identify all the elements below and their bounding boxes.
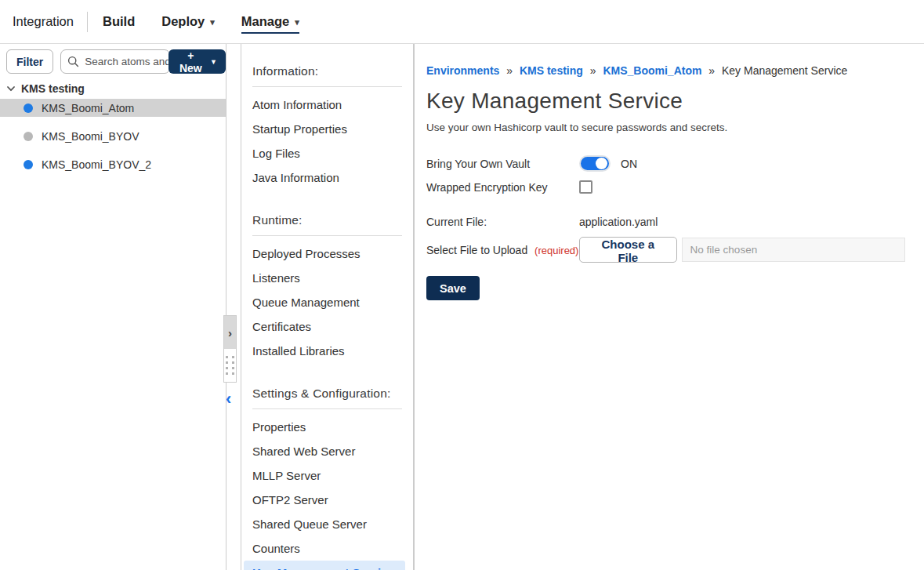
sidenav-item-installed-libraries[interactable]: Installed Libraries	[241, 339, 413, 363]
new-button[interactable]: + New ▼	[168, 49, 226, 74]
wrapped-encryption-key-row: Wrapped Encryption Key	[426, 180, 905, 194]
section-heading-settings-configuration: Settings & Configuration:	[252, 387, 402, 401]
sidenav-item-listeners[interactable]: Listeners	[241, 266, 413, 290]
sidenav-item-oftp2-server[interactable]: OFTP2 Server	[241, 488, 413, 512]
current-file-row: Current File: application.yaml	[426, 213, 905, 231]
nav-item-manage[interactable]: Manage ▾	[241, 14, 299, 34]
sidenav-item-atom-information[interactable]: Atom Information	[241, 93, 413, 117]
page-title: Key Management Service	[426, 89, 905, 114]
current-file-value: application.yaml	[579, 216, 658, 228]
sidenav-item-key-management-service[interactable]: Key Management Service	[244, 561, 405, 570]
panel-splitter: ›	[223, 315, 237, 383]
chevron-down-icon	[6, 84, 16, 93]
wrapped-encryption-key-label: Wrapped Encryption Key	[426, 181, 579, 194]
breadcrumb-separator: »	[506, 64, 513, 77]
tree-item-kms-boomi-atom[interactable]: KMS_Boomi_Atom	[0, 99, 226, 117]
nav-divider	[87, 12, 88, 32]
caret-down-icon: ▾	[295, 17, 299, 27]
page-subtitle: Use your own Hashicorp vault to secure p…	[426, 122, 905, 133]
bring-your-own-vault-row: Bring Your Own Vault ON	[426, 155, 905, 172]
select-file-label-text: Select File to Upload	[426, 244, 527, 256]
choose-file-button[interactable]: Choose a File	[579, 237, 677, 263]
filter-button[interactable]: Filter	[6, 49, 53, 74]
sidenav-item-properties[interactable]: Properties	[241, 415, 413, 439]
wrapped-encryption-key-checkbox[interactable]	[579, 180, 592, 194]
search-input[interactable]	[85, 56, 169, 67]
atom-settings-nav: Information: Atom Information Startup Pr…	[241, 44, 414, 570]
breadcrumb-current: Key Management Service	[722, 64, 847, 77]
search-box[interactable]	[60, 49, 169, 74]
sidenav-item-certificates[interactable]: Certificates	[241, 314, 413, 339]
sidenav-item-log-files[interactable]: Log Files	[241, 141, 413, 165]
file-chosen-field[interactable]: No file chosen	[682, 238, 905, 262]
new-button-label: + New	[177, 49, 205, 74]
tree-group-kms-testing[interactable]: KMS testing	[0, 80, 226, 99]
bring-your-own-vault-label: Bring Your Own Vault	[426, 158, 579, 170]
sidenav-item-java-information[interactable]: Java Information	[241, 165, 413, 190]
status-dot-offline-icon	[24, 132, 33, 141]
breadcrumb-link-environments[interactable]: Environments	[426, 64, 499, 77]
nav-item-build[interactable]: Build	[103, 14, 135, 29]
toggle-knob	[596, 158, 607, 169]
kms-form: Bring Your Own Vault ON Wrapped Encrypti…	[426, 155, 905, 300]
main-content: Environments » KMS testing » KMS_Boomi_A…	[414, 44, 924, 570]
current-file-label: Current File:	[426, 216, 579, 228]
app-window: Integration Build Deploy ▾ Manage ▾ Filt…	[0, 0, 924, 570]
nav-item-deploy-label: Deploy	[161, 14, 205, 29]
select-file-label: Select File to Upload (required)	[426, 244, 579, 256]
section-divider	[252, 408, 402, 409]
section-heading-runtime: Runtime:	[252, 213, 402, 227]
sidenav-item-shared-web-server[interactable]: Shared Web Server	[241, 439, 413, 463]
sidenav-item-queue-management[interactable]: Queue Management	[241, 290, 413, 314]
sidenav-item-shared-queue-server[interactable]: Shared Queue Server	[241, 512, 413, 536]
nav-item-deploy[interactable]: Deploy ▾	[161, 14, 215, 29]
sidenav-item-counters[interactable]: Counters	[241, 536, 413, 561]
section-divider	[252, 235, 402, 236]
section-heading-information: Information:	[252, 64, 402, 78]
required-badge: (required)	[534, 245, 578, 256]
sidenav-item-mllp-server[interactable]: MLLP Server	[241, 463, 413, 488]
caret-down-icon: ▾	[210, 17, 215, 27]
caret-down-icon: ▼	[210, 58, 217, 66]
drag-grip-icon[interactable]	[224, 356, 236, 375]
chevron-left-icon[interactable]: ‹	[226, 390, 231, 408]
breadcrumb-link-kms-boomi-atom[interactable]: KMS_Boomi_Atom	[603, 64, 701, 77]
section-divider	[252, 86, 402, 87]
status-dot-online-icon	[24, 103, 33, 113]
collapse-panel-handle[interactable]: ›	[224, 316, 236, 349]
sidenav-item-deployed-processes[interactable]: Deployed Processes	[241, 241, 413, 266]
tree-item-label: KMS_Boomi_BYOV	[42, 130, 140, 143]
bring-your-own-vault-toggle[interactable]	[579, 155, 611, 172]
nav-item-integration[interactable]: Integration	[13, 14, 74, 29]
sidenav-item-startup-properties[interactable]: Startup Properties	[241, 117, 413, 141]
search-icon	[67, 56, 79, 67]
runtime-toolbar: Filter + New ▼	[0, 44, 226, 75]
environment-tree: KMS testing KMS_Boomi_Atom KMS_Boomi_BYO…	[0, 80, 226, 173]
chevron-right-icon: ›	[228, 326, 232, 339]
breadcrumb: Environments » KMS testing » KMS_Boomi_A…	[426, 64, 905, 77]
top-nav: Integration Build Deploy ▾ Manage ▾	[0, 0, 924, 44]
status-dot-online-icon	[24, 160, 33, 169]
tree-item-kms-boomi-byov-2[interactable]: KMS_Boomi_BYOV_2	[0, 155, 226, 173]
save-button[interactable]: Save	[426, 276, 480, 300]
breadcrumb-separator: »	[590, 64, 596, 77]
nav-item-manage-label: Manage	[241, 14, 289, 29]
tree-group-label: KMS testing	[21, 82, 85, 95]
select-file-row: Select File to Upload (required) Choose …	[426, 237, 905, 263]
tree-item-label: KMS_Boomi_BYOV_2	[42, 158, 151, 171]
tree-item-label: KMS_Boomi_Atom	[42, 102, 134, 114]
tree-item-kms-boomi-byov[interactable]: KMS_Boomi_BYOV	[0, 127, 226, 145]
breadcrumb-separator: »	[708, 64, 715, 77]
toggle-state-text: ON	[621, 158, 637, 170]
runtime-list-panel: Filter + New ▼ KMS testing	[0, 44, 226, 570]
breadcrumb-link-kms-testing[interactable]: KMS testing	[520, 64, 583, 77]
